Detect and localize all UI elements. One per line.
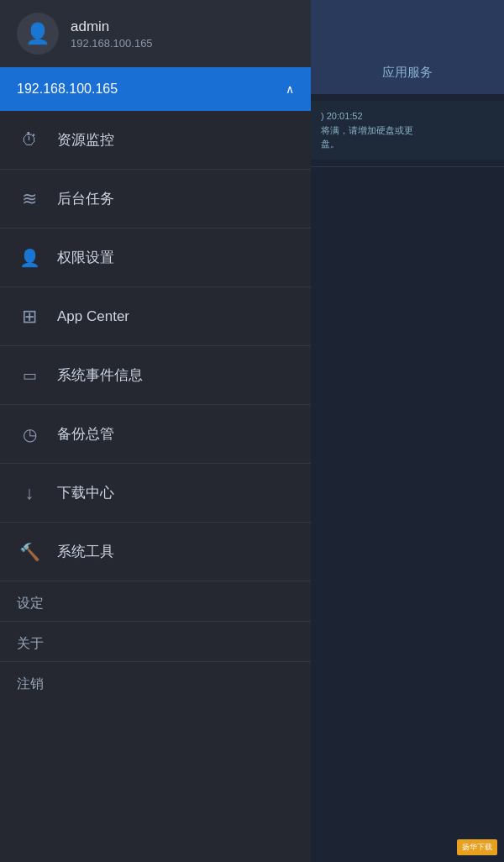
backup-manager-label: 备份总管 [57,424,114,444]
user-ip: 192.168.100.165 [71,37,153,50]
logout-section[interactable]: 注销 [0,662,311,702]
settings-label: 设定 [17,596,44,610]
system-tools-label: 系统工具 [57,542,114,561]
app-service-label: 应用服务 [382,65,433,81]
logout-label: 注销 [17,676,44,691]
download-center-icon: ↓ [17,481,42,506]
background-tasks-label: 后台任务 [57,189,114,208]
about-section[interactable]: 关于 [0,622,311,661]
resource-monitor-label: 资源监控 [57,130,114,150]
background-tasks-icon: ≋ [17,187,42,212]
notification-text: 将满，请增加硬盘或更盘。 [321,125,413,150]
user-header: 👤 admin 192.168.100.165 [0,0,311,67]
menu-item-resource-monitor[interactable]: ⏱ 资源监控 [0,111,311,170]
right-panel: 应用服务 ) 20:01:52 将满，请增加硬盘或更盘。 LAN 1 LAN 2… [311,0,504,862]
about-label: 关于 [17,636,44,650]
right-header: 应用服务 [311,0,504,94]
menu-item-download-center[interactable]: ↓ 下载中心 [0,464,311,523]
active-server-label: 192.168.100.165 [17,81,118,97]
menu-item-app-center[interactable]: ⊞ App Center [0,287,311,346]
active-server-row[interactable]: 192.168.100.165 ∧ [0,67,311,111]
permissions-icon: 👤 [17,245,42,271]
system-tools-icon: 🔨 [17,539,42,565]
notification-area: ) 20:01:52 将满，请增加硬盘或更盘。 [311,101,504,160]
resource-monitor-icon: ⏱ [17,128,42,153]
notification-time: ) 20:01:52 [321,111,363,121]
system-events-icon: ▭ [17,363,42,388]
avatar: 👤 [17,13,59,55]
username: admin [71,18,153,35]
menu-item-backup-manager[interactable]: ◷ 备份总管 [0,405,311,464]
app-center-icon: ⊞ [17,304,42,329]
menu-item-system-tools[interactable]: 🔨 系统工具 [0,523,311,581]
download-center-label: 下载中心 [57,483,114,502]
menu-item-system-events[interactable]: ▭ 系统事件信息 [0,346,311,405]
menu-item-background-tasks[interactable]: ≋ 后台任务 [0,170,311,229]
menu-panel: 👤 admin 192.168.100.165 192.168.100.165 … [0,0,311,862]
avatar-icon: 👤 [25,22,50,45]
backup-manager-icon: ◷ [17,422,42,447]
settings-section[interactable]: 设定 [0,581,311,621]
user-info: admin 192.168.100.165 [71,18,153,50]
chevron-up-icon: ∧ [286,82,294,96]
permissions-label: 权限设置 [57,248,114,267]
app-center-label: App Center [57,308,129,325]
right-divider [311,166,504,167]
system-events-label: 系统事件信息 [57,365,143,385]
menu-item-permissions[interactable]: 👤 权限设置 [0,229,311,287]
watermark: 扬华下载 [457,839,497,855]
